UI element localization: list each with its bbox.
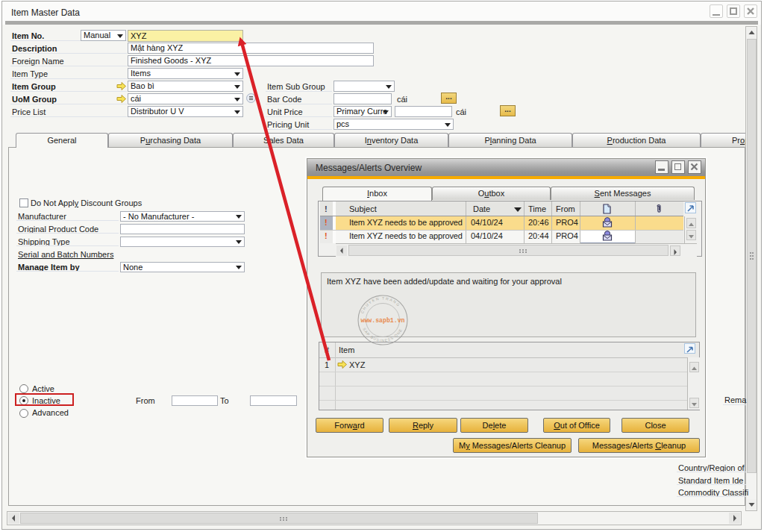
svg-text:www.sapb1.vn: www.sapb1.vn — [361, 317, 405, 324]
